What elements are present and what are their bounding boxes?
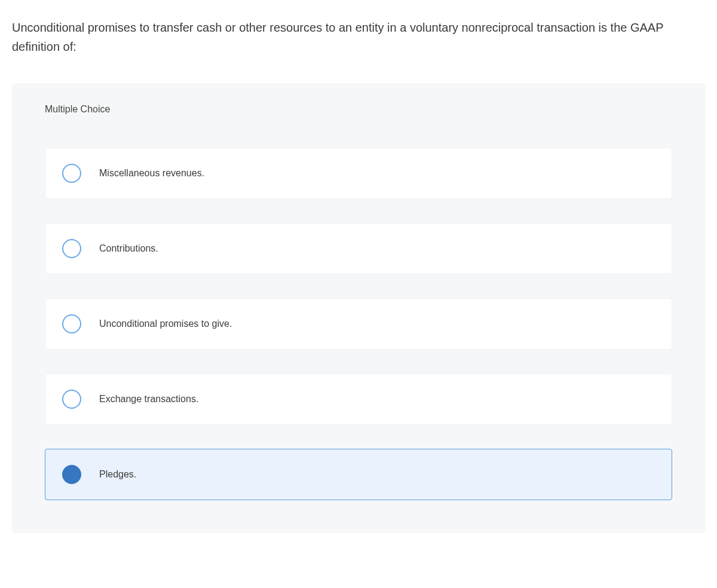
radio-icon [62,465,81,484]
radio-icon [62,314,81,333]
radio-icon [62,239,81,258]
option-pledges[interactable]: Pledges. [45,449,672,500]
panel-heading: Multiple Choice [45,104,672,115]
option-label: Unconditional promises to give. [99,318,232,329]
radio-icon [62,390,81,409]
option-miscellaneous-revenues[interactable]: Miscellaneous revenues. [45,148,672,199]
question-text: Unconditional promises to transfer cash … [12,18,705,56]
multiple-choice-panel: Multiple Choice Miscellaneous revenues. … [12,83,705,533]
option-label: Miscellaneous revenues. [99,168,204,179]
radio-icon [62,164,81,183]
option-label: Exchange transactions. [99,394,198,405]
option-contributions[interactable]: Contributions. [45,223,672,274]
option-unconditional-promises[interactable]: Unconditional promises to give. [45,298,672,350]
option-label: Pledges. [99,469,136,480]
option-label: Contributions. [99,243,158,254]
option-exchange-transactions[interactable]: Exchange transactions. [45,373,672,425]
